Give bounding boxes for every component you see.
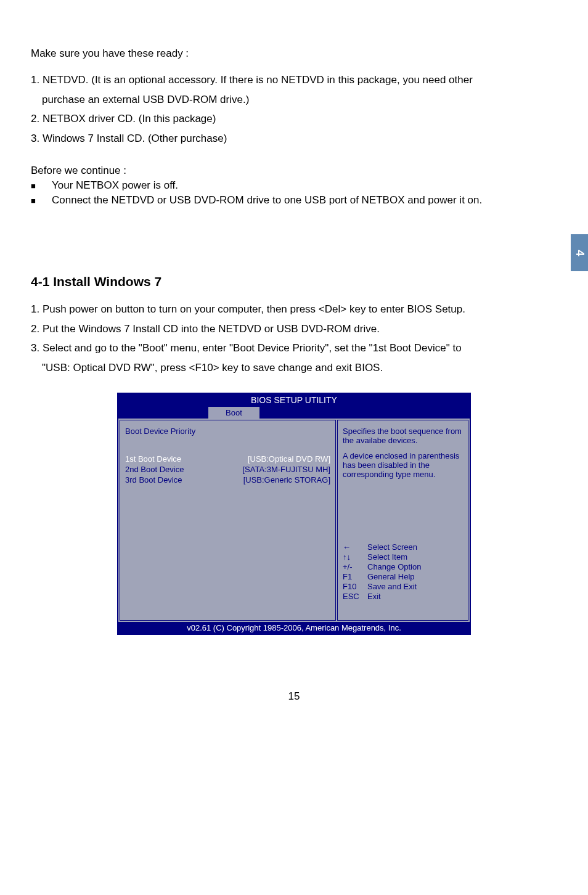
bios-desc-1: Specifies the boot sequence from the ava… bbox=[343, 427, 463, 445]
key-updown-label: Select Item bbox=[367, 552, 407, 562]
bullet-icon: ■ bbox=[31, 181, 52, 190]
chapter-tab: 4 bbox=[571, 234, 588, 271]
boot-row-2-label: 2nd Boot Device bbox=[125, 465, 184, 474]
key-f10-label: Save and Exit bbox=[367, 582, 417, 591]
step-3a: 3. Select and go to the "Boot" menu, ent… bbox=[31, 340, 557, 356]
boot-row-2-value: [SATA:3M-FUJITSU MH] bbox=[242, 465, 330, 474]
boot-row-3-value: [USB:Generic STORAG] bbox=[243, 475, 330, 484]
boot-row-1-label: 1st Boot Device bbox=[125, 454, 181, 464]
boot-priority-label: Boot Device Priority bbox=[125, 427, 330, 436]
bios-tab-boot: Boot bbox=[208, 406, 260, 419]
bios-key-help: ←Select Screen ↑↓Select Item +/-Change O… bbox=[343, 542, 463, 602]
key-esc: ESC bbox=[343, 592, 367, 601]
section-title: 4-1 Install Windows 7 bbox=[31, 274, 557, 289]
prep-item-1b: purchase an external USB DVD-ROM drive.) bbox=[31, 92, 557, 108]
bios-screenshot: BIOS SETUP UTILITY Boot Boot Device Prio… bbox=[117, 393, 471, 635]
step-3b: "USB: Optical DVD RW", press <F10> key t… bbox=[31, 360, 557, 376]
key-esc-label: Exit bbox=[367, 592, 381, 601]
bios-desc-2: A device enclosed in parenthesis has bee… bbox=[343, 451, 463, 479]
bios-right-panel: Specifies the boot sequence from the ava… bbox=[337, 420, 468, 621]
boot-row-1: 1st Boot Device [USB:Optical DVD RW] bbox=[125, 454, 330, 464]
key-f1: F1 bbox=[343, 572, 367, 581]
bios-left-panel: Boot Device Priority 1st Boot Device [US… bbox=[120, 420, 336, 621]
install-steps: 1. Push power on button to turn on your … bbox=[31, 301, 557, 375]
key-left: ← bbox=[343, 542, 367, 552]
boot-row-3-label: 3rd Boot Device bbox=[125, 475, 182, 484]
bios-title: BIOS SETUP UTILITY bbox=[118, 394, 470, 406]
bios-tab-bar: Boot bbox=[118, 406, 470, 419]
preparation-list: 1. NETDVD. (It is an optional accessory.… bbox=[31, 72, 557, 146]
before-continue-heading: Before we continue : bbox=[31, 165, 557, 177]
intro-text: Make sure you have these ready : bbox=[31, 47, 557, 60]
before-continue-list: ■Your NETBOX power is off. ■Connect the … bbox=[31, 179, 557, 206]
step-1: 1. Push power on button to turn on your … bbox=[31, 301, 557, 317]
key-updown: ↑↓ bbox=[343, 552, 367, 562]
bios-footer: v02.61 (C) Copyright 1985-2006, American… bbox=[118, 622, 470, 634]
bullet-icon: ■ bbox=[31, 196, 52, 205]
boot-row-1-value: [USB:Optical DVD RW] bbox=[248, 454, 330, 464]
before-item-1: Your NETBOX power is off. bbox=[52, 179, 178, 191]
prep-item-3: 3. Windows 7 Install CD. (Other purchase… bbox=[31, 131, 557, 147]
page-number: 15 bbox=[31, 690, 557, 703]
before-item-2: Connect the NETDVD or USB DVD-ROM drive … bbox=[52, 194, 482, 206]
boot-row-2: 2nd Boot Device [SATA:3M-FUJITSU MH] bbox=[125, 465, 330, 474]
key-plusminus: +/- bbox=[343, 562, 367, 571]
key-plusminus-label: Change Option bbox=[367, 562, 421, 571]
step-2: 2. Put the Windows 7 Install CD into the… bbox=[31, 321, 557, 337]
boot-row-3: 3rd Boot Device [USB:Generic STORAG] bbox=[125, 475, 330, 484]
prep-item-2: 2. NETBOX driver CD. (In this package) bbox=[31, 111, 557, 127]
key-left-label: Select Screen bbox=[367, 542, 417, 552]
key-f10: F10 bbox=[343, 582, 367, 591]
prep-item-1a: 1. NETDVD. (It is an optional accessory.… bbox=[31, 72, 557, 88]
key-f1-label: General Help bbox=[367, 572, 415, 581]
